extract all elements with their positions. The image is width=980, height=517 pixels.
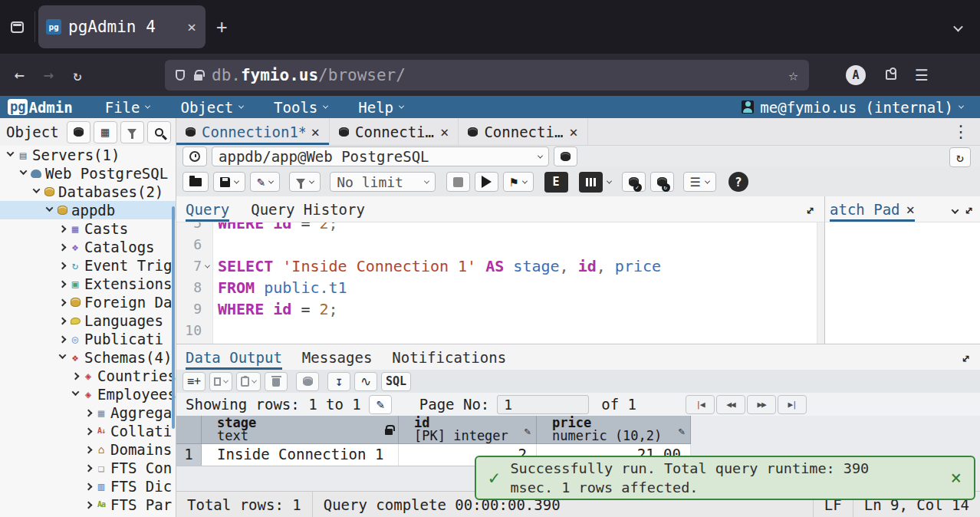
- chevron-right-icon[interactable]: [83, 410, 94, 416]
- chevron-right-icon[interactable]: [57, 263, 68, 268]
- execute-button[interactable]: [475, 172, 498, 192]
- bookmark-star-icon[interactable]: ☆: [788, 66, 798, 84]
- scratch-pad-tab[interactable]: atch Pad ×: [830, 201, 915, 222]
- browser-tab[interactable]: pg pgAdmin 4 ×: [38, 5, 206, 48]
- tab-close-icon[interactable]: ×: [186, 18, 198, 36]
- tracking-shield-icon[interactable]: [176, 70, 185, 81]
- tab-list-chevron-icon[interactable]: [955, 20, 962, 35]
- chevron-right-icon[interactable]: [57, 226, 68, 232]
- menu-tools[interactable]: Tools: [258, 99, 343, 116]
- chevron-right-icon[interactable]: [70, 374, 81, 379]
- rollback-button[interactable]: ↻: [650, 172, 674, 192]
- query-history-button[interactable]: [183, 147, 207, 166]
- execute-options-button[interactable]: ⚑: [503, 172, 533, 192]
- sql-editor[interactable]: 5WHERE id = 2;67SELECT 'Inside Connectio…: [176, 222, 824, 344]
- chevron-down-icon[interactable]: [5, 153, 16, 156]
- chevron-right-icon[interactable]: [57, 300, 68, 305]
- menu-file[interactable]: File: [90, 99, 166, 116]
- extensions-puzzle-icon[interactable]: [886, 70, 896, 80]
- connection-select[interactable]: appdb/app@Web PostgreSQL: [212, 147, 549, 166]
- explain-analyze-button[interactable]: [573, 172, 617, 192]
- chevron-right-icon[interactable]: [83, 466, 94, 471]
- connection-tab-2[interactable]: Connecti…×: [330, 118, 459, 145]
- chevron-down-icon[interactable]: [31, 190, 42, 193]
- tree-item-databases-2-[interactable]: Databases(2): [0, 183, 176, 201]
- filter-button[interactable]: [289, 172, 321, 192]
- editor-line[interactable]: 9WHERE id = 2;: [176, 298, 824, 320]
- add-row-button[interactable]: ≡+: [183, 372, 206, 391]
- chevron-right-icon[interactable]: [83, 484, 94, 489]
- first-page-button[interactable]: |◀: [686, 395, 715, 414]
- query-tool-button[interactable]: [67, 121, 90, 143]
- tree-item-foreign-da[interactable]: Foreign Da: [0, 293, 176, 311]
- editor-line[interactable]: 10: [176, 320, 824, 341]
- tree-item-languages[interactable]: Languages: [0, 311, 176, 330]
- page-number-input[interactable]: [497, 395, 589, 414]
- chevron-right-icon[interactable]: [57, 337, 68, 342]
- tree-item-catalogs[interactable]: ❖Catalogs: [0, 238, 176, 256]
- sidebar-scrollbar[interactable]: [172, 206, 175, 429]
- new-tab-button[interactable]: +: [216, 16, 227, 38]
- column-header-price[interactable]: pricenumeric (10,2)✎: [537, 416, 691, 444]
- tree-item-appdb[interactable]: appdb: [0, 201, 176, 219]
- chevron-down-icon[interactable]: [57, 356, 68, 359]
- stop-button[interactable]: [446, 172, 470, 192]
- new-connection-button[interactable]: [554, 147, 577, 166]
- editor-scrollbar[interactable]: [817, 222, 824, 344]
- editor-line[interactable]: 8FROM public.t1: [176, 277, 824, 298]
- tab-data-output[interactable]: Data Output: [186, 349, 282, 370]
- editor-line[interactable]: 6: [176, 234, 824, 255]
- tab-notifications[interactable]: Notifications: [392, 349, 506, 370]
- menu-help[interactable]: Help: [343, 99, 419, 116]
- tab-close-icon[interactable]: ×: [311, 123, 320, 140]
- commit-button[interactable]: ✓: [622, 172, 646, 192]
- tab-close-icon[interactable]: ×: [440, 123, 449, 140]
- editor-expand-icon[interactable]: ↔: [801, 202, 818, 219]
- connection-tab-3[interactable]: Connecti…×: [459, 118, 587, 145]
- tree-item-countries[interactable]: ◈Countries: [0, 367, 176, 385]
- back-icon[interactable]: ←: [5, 65, 34, 84]
- tree-item-collati[interactable]: A↓Collati: [0, 422, 176, 440]
- macros-button[interactable]: ☰: [683, 172, 716, 192]
- tab-query[interactable]: Query: [186, 201, 229, 222]
- tree-item-publicati[interactable]: ◎Publicati: [0, 330, 176, 348]
- tree-item-casts[interactable]: ▦Casts: [0, 219, 176, 238]
- view-data-button[interactable]: ▦: [94, 121, 117, 143]
- tree-item-extensions[interactable]: ▣Extensions: [0, 275, 176, 293]
- tree-item-fts-con[interactable]: ❏FTS Con: [0, 459, 176, 477]
- chevron-right-icon[interactable]: [83, 502, 94, 508]
- scratch-pad[interactable]: [824, 222, 980, 344]
- tab-query-history[interactable]: Query History: [251, 201, 365, 222]
- chevron-right-icon[interactable]: [83, 429, 94, 434]
- chevron-down-icon[interactable]: [70, 393, 81, 396]
- graph-visualiser-button[interactable]: ∿: [354, 372, 377, 391]
- tab-messages[interactable]: Messages: [302, 349, 373, 370]
- chevron-right-icon[interactable]: [57, 282, 68, 287]
- menu-object[interactable]: Object: [165, 99, 258, 116]
- help-button[interactable]: ?: [728, 172, 748, 192]
- search-objects-button[interactable]: [147, 121, 171, 143]
- chevron-right-icon[interactable]: [57, 318, 68, 324]
- limit-select[interactable]: No limit: [330, 172, 436, 192]
- output-expand-icon[interactable]: ↔: [957, 350, 974, 367]
- save-file-button[interactable]: [213, 172, 245, 192]
- firefox-view-button[interactable]: [0, 12, 35, 42]
- row-number-cell[interactable]: 1: [176, 444, 202, 466]
- filtered-rows-button[interactable]: [120, 121, 144, 143]
- delete-row-button[interactable]: [265, 372, 288, 391]
- tree-item-event-trig[interactable]: ↻Event Trig: [0, 256, 176, 275]
- scratch-pad-close-icon[interactable]: ×: [906, 201, 915, 218]
- tree-item-servers-1-[interactable]: ▤Servers(1): [0, 146, 176, 164]
- https-lock-icon[interactable]: [194, 74, 202, 81]
- reload-icon[interactable]: ↻: [63, 67, 92, 84]
- column-header-id[interactable]: id[PK] integer✎: [399, 416, 537, 444]
- connection-tab-1[interactable]: Connection1*×: [176, 118, 330, 145]
- reconnect-button[interactable]: ↻: [949, 147, 971, 167]
- scratch-pad-chevron-icon[interactable]: [951, 206, 959, 214]
- kebab-menu-icon[interactable]: ⋮: [952, 122, 969, 141]
- column-header-stage[interactable]: stagetext: [202, 416, 399, 444]
- save-data-button[interactable]: [296, 372, 319, 391]
- chevron-down-icon[interactable]: [44, 209, 55, 212]
- tree-item-employees[interactable]: ◈Employees: [0, 385, 176, 403]
- editor-line[interactable]: 7SELECT 'Inside Connection 1' AS stage, …: [176, 255, 824, 277]
